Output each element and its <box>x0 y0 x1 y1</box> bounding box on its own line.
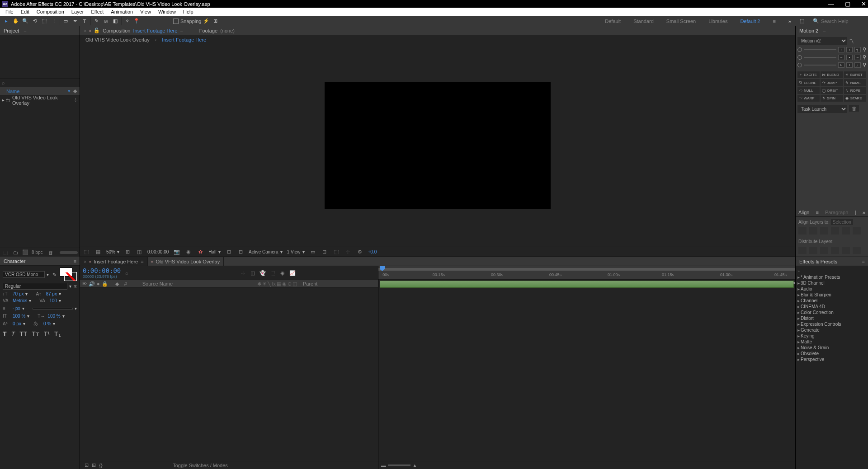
disclosure-triangle-icon[interactable]: ▸ <box>797 357 800 362</box>
effects-category[interactable]: ▸CINEMA 4D <box>796 304 868 310</box>
font-style-dropdown[interactable]: Regular <box>3 283 67 290</box>
workspace-small-screen[interactable]: Small Screen <box>660 19 702 24</box>
align-top-icon[interactable] <box>831 227 839 234</box>
breadcrumb-item-current[interactable]: Insert Footage Here <box>162 37 206 42</box>
dist-right-icon[interactable] <box>853 247 861 254</box>
disclosure-triangle-icon[interactable]: ▸ <box>797 275 800 280</box>
zoom-in-icon[interactable]: ▲ <box>412 463 417 468</box>
switches-col-icon[interactable]: fx <box>272 281 276 287</box>
search-icon[interactable]: 🔍 <box>811 17 821 26</box>
font-size-value[interactable]: 70 px <box>13 291 24 296</box>
breadcrumb-item-root[interactable]: Old VHS Video Look Overlay <box>85 37 150 42</box>
effects-category[interactable]: ▸Generate <box>796 327 868 333</box>
project-panel-menu-icon[interactable]: ≡ <box>24 28 26 33</box>
align-tab-menu-icon[interactable]: ≡ <box>816 210 818 215</box>
motion-blur-icon[interactable]: ◉ <box>279 270 286 276</box>
motion-panel-menu-icon[interactable]: ≡ <box>823 28 825 33</box>
workspace-standard[interactable]: Standard <box>627 19 660 24</box>
motion-preset-dropdown[interactable]: Motion v2 <box>797 37 847 45</box>
disclosure-triangle-icon[interactable]: ▸ <box>797 298 800 303</box>
motion-slider-1[interactable]: rı┐⚲ <box>797 47 866 52</box>
dist-left-icon[interactable] <box>831 247 839 254</box>
effects-category[interactable]: ▸Perspective <box>796 356 868 362</box>
tl-footer-icon[interactable]: {} <box>97 462 104 469</box>
camera-dropdown[interactable]: Active Camera ▾ <box>249 249 283 254</box>
font-dropdown-icon[interactable]: ▾ <box>47 272 49 277</box>
color-depth-button[interactable]: 8 bpc <box>32 250 42 255</box>
panel-expand-icon[interactable]: » <box>863 210 865 215</box>
effects-category[interactable]: ▸Audio <box>796 286 868 292</box>
workspace-default-2[interactable]: Default 2 <box>734 19 766 24</box>
brush-tool-icon[interactable]: ✎ <box>92 17 101 26</box>
snap-opt1-icon[interactable]: ⚡ <box>202 17 211 26</box>
motion-btn-rope[interactable]: ∿ROPE <box>844 87 866 94</box>
timeline-layer-bar[interactable] <box>380 281 794 288</box>
align-hcenter-icon[interactable] <box>809 227 817 234</box>
menu-window[interactable]: Window <box>155 9 179 14</box>
disclosure-triangle-icon[interactable]: ▸ <box>797 310 800 315</box>
zoom-slider[interactable] <box>388 464 410 466</box>
switches-col-icon[interactable]: ☀ <box>262 281 267 287</box>
dist-vcenter-icon[interactable] <box>809 247 817 254</box>
pan-behind-tool-icon[interactable]: ⊹ <box>49 17 58 26</box>
solo-column-icon[interactable]: ● <box>97 281 100 286</box>
proj-footer-slider[interactable] <box>60 251 78 254</box>
superscript-button[interactable]: T¹ <box>44 330 50 338</box>
selection-tool-icon[interactable]: ▸ <box>2 17 11 26</box>
maximize-button[interactable]: ▢ <box>845 0 850 7</box>
vscale-value[interactable]: 100 % <box>13 314 25 319</box>
switches-col-icon[interactable]: ◉ <box>282 281 287 287</box>
disclosure-triangle-icon[interactable]: ▸ <box>797 322 800 327</box>
pixel-aspect-icon[interactable]: ▭ <box>309 249 316 255</box>
font-family-dropdown[interactable]: VCR OSD Mono <box>3 271 45 278</box>
switches-col-icon[interactable]: ╲ <box>268 281 271 287</box>
new-comp-icon[interactable]: ⬛ <box>22 249 29 256</box>
effects-category[interactable]: ▸Color Correction <box>796 310 868 315</box>
rectangle-tool-icon[interactable]: ▭ <box>61 17 70 26</box>
snapshot-icon[interactable]: 📷 <box>173 249 180 255</box>
new-folder-icon[interactable]: 🗀 <box>12 249 19 256</box>
zoom-out-icon[interactable]: ▬ <box>381 463 386 468</box>
camera-tool-icon[interactable]: ⬚ <box>40 17 49 26</box>
flowchart-icon[interactable]: ⊹ <box>74 97 78 103</box>
tracking-value[interactable]: 100 <box>49 298 57 303</box>
tsume-value[interactable]: 0 % <box>43 321 51 326</box>
disclosure-triangle-icon[interactable]: ▸ <box>797 316 800 321</box>
switches-col-icon[interactable]: ⊙ <box>288 281 292 287</box>
tl-footer-icon[interactable]: ⊡ <box>83 462 90 469</box>
comp-marker-button[interactable]: ◂ <box>793 280 795 286</box>
effects-category[interactable]: ▸Distort <box>796 315 868 321</box>
align-vcenter-icon[interactable] <box>842 227 850 234</box>
motion-btn-clone[interactable]: ⧉CLONE <box>797 79 820 86</box>
shy-icon[interactable]: 👻 <box>259 270 266 276</box>
timeline-ruler[interactable]: 00s 00:15s 00:30s 00:45s 01:00s 01:15s 0… <box>378 272 795 280</box>
effects-category[interactable]: ▸Expression Controls <box>796 321 868 327</box>
align-right-icon[interactable] <box>820 227 828 234</box>
paragraph-tab[interactable]: Paragraph <box>825 210 848 215</box>
disclosure-triangle-icon[interactable]: ▸ <box>797 328 800 333</box>
switches-col-icon[interactable]: ▦ <box>277 281 281 287</box>
view-options1-icon[interactable]: ⊡ <box>225 249 232 255</box>
effects-category[interactable]: ▸Matte <box>796 339 868 345</box>
effects-search-input[interactable] <box>802 267 866 272</box>
disclosure-triangle-icon[interactable]: ▸ <box>2 97 5 103</box>
style-dropdown-icon[interactable]: ▾ <box>69 284 71 289</box>
project-column-dropdown-icon[interactable]: ▾ <box>68 88 71 94</box>
puppet-tool-icon[interactable]: 📍 <box>132 17 141 26</box>
type-tool-icon[interactable]: T <box>80 17 89 26</box>
pen-tool-icon[interactable]: ✒ <box>71 17 80 26</box>
exposure-value[interactable]: +0.0 <box>368 249 377 254</box>
motion-btn-spin[interactable]: ↻SPIN <box>821 95 843 102</box>
disclosure-triangle-icon[interactable]: ▸ <box>797 286 800 291</box>
comp-tab-menu-icon[interactable]: ≡ <box>180 28 183 33</box>
workspace-overflow-icon[interactable]: » <box>782 19 797 24</box>
resolution-icon[interactable]: ⊞ <box>124 249 131 255</box>
delete-icon[interactable]: 🗑 <box>47 249 54 256</box>
tl-footer-icon[interactable]: ⊞ <box>90 462 97 469</box>
roto-brush-tool-icon[interactable]: ✧ <box>123 17 132 26</box>
align-left-icon[interactable] <box>798 227 807 234</box>
disclosure-triangle-icon[interactable]: ▸ <box>797 281 800 286</box>
timeline-timecode[interactable]: 0:00:00:00 <box>83 267 121 274</box>
clone-stamp-tool-icon[interactable]: ⎚ <box>101 17 110 26</box>
motion-graph-icon[interactable]: 〽 <box>849 38 854 44</box>
